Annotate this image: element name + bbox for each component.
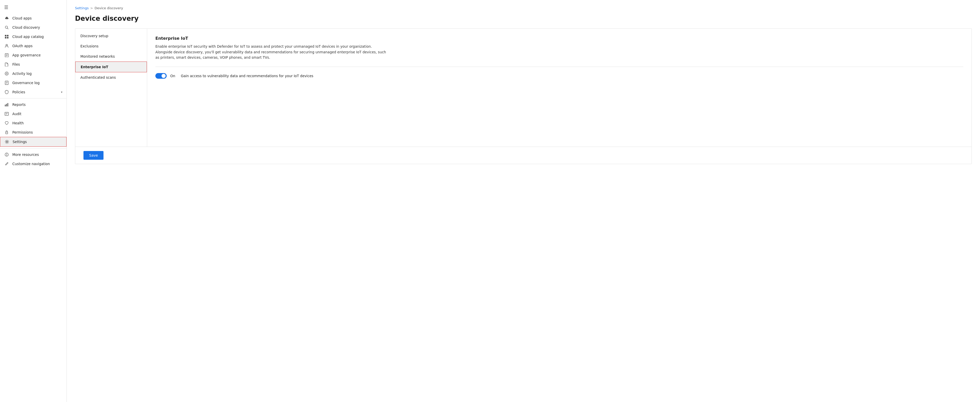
toggle-description: Gain access to vulnerability data and re… — [181, 74, 313, 78]
sidebar-item-policies[interactable]: Policies ▾ — [0, 87, 67, 97]
sidebar-item-permissions[interactable]: Permissions — [0, 128, 67, 137]
svg-point-6 — [6, 44, 8, 46]
panel-nav-authenticated-scans[interactable]: Authenticated scans — [75, 72, 147, 82]
sidebar-item-customize-navigation-label: Customize navigation — [12, 162, 62, 166]
oauth-apps-icon — [4, 44, 9, 48]
sidebar-item-cloud-app-catalog[interactable]: Cloud app catalog — [0, 32, 67, 41]
svg-rect-4 — [5, 37, 6, 38]
settings-icon — [4, 140, 10, 144]
svg-rect-3 — [7, 35, 8, 36]
toggle-row: On Gain access to vulnerability data and… — [155, 73, 963, 79]
svg-rect-20 — [5, 112, 8, 116]
sidebar-item-settings-label: Settings — [13, 140, 62, 144]
sidebar-item-governance-log[interactable]: Governance log — [0, 78, 67, 87]
panel-nav-monitored-networks[interactable]: Monitored networks — [75, 51, 147, 62]
sidebar-item-customize-navigation[interactable]: Customize navigation — [0, 159, 67, 168]
enterprise-iot-toggle[interactable] — [155, 73, 167, 79]
enterprise-iot-title: Enterprise IoT — [155, 36, 963, 41]
svg-point-27 — [6, 154, 7, 154]
svg-rect-2 — [5, 35, 6, 36]
svg-point-11 — [5, 72, 8, 75]
policies-icon — [4, 90, 9, 94]
sidebar-item-activity-log[interactable]: Activity log — [0, 69, 67, 78]
svg-rect-5 — [7, 37, 8, 38]
sidebar-item-reports[interactable]: Reports — [0, 100, 67, 109]
sidebar-item-files[interactable]: Files — [0, 60, 67, 69]
toggle-on-label: On — [170, 74, 175, 78]
policies-chevron-icon: ▾ — [61, 90, 62, 94]
panel-nav-discovery-setup[interactable]: Discovery setup — [75, 31, 147, 41]
breadcrumb: Settings > Device discovery — [75, 6, 972, 10]
sidebar-item-oauth-apps-label: OAuth apps — [12, 44, 62, 48]
audit-icon — [4, 112, 9, 116]
sidebar-item-activity-log-label: Activity log — [12, 71, 62, 76]
enterprise-iot-description: Enable enterprise IoT security with Defe… — [155, 44, 387, 60]
sidebar-item-permissions-label: Permissions — [12, 130, 62, 135]
breadcrumb-parent-link[interactable]: Settings — [75, 6, 89, 10]
main-content: Settings > Device discovery Device disco… — [67, 0, 980, 402]
panel-footer: Save — [75, 147, 972, 164]
svg-rect-23 — [6, 132, 8, 134]
sidebar-item-cloud-discovery-label: Cloud discovery — [12, 25, 62, 30]
svg-point-24 — [6, 141, 8, 142]
panel-content-enterprise-iot: Enterprise IoT Enable enterprise IoT sec… — [147, 29, 972, 147]
hamburger-icon[interactable]: ☰ — [4, 5, 8, 10]
sidebar-top: ☰ — [0, 2, 67, 14]
panel-nav: Discovery setup Exclusions Monitored net… — [75, 29, 147, 147]
files-icon — [4, 62, 9, 66]
main-inner: Settings > Device discovery Device disco… — [67, 0, 980, 402]
sidebar-item-app-governance-label: App governance — [12, 53, 62, 57]
panel-nav-exclusions[interactable]: Exclusions — [75, 41, 147, 51]
save-button[interactable]: Save — [83, 151, 103, 160]
sidebar-item-app-governance[interactable]: App governance — [0, 51, 67, 60]
svg-rect-18 — [6, 104, 7, 106]
toggle-track — [155, 73, 167, 79]
sidebar-item-audit-label: Audit — [12, 112, 62, 116]
sidebar-item-oauth-apps[interactable]: OAuth apps — [0, 41, 67, 51]
cloud-apps-icon — [4, 16, 9, 20]
governance-log-icon — [4, 81, 9, 85]
permissions-icon — [4, 130, 9, 135]
sidebar-item-health-label: Health — [12, 121, 62, 125]
toggle-thumb — [162, 74, 165, 78]
app-governance-icon — [4, 53, 9, 57]
content-panel-body: Discovery setup Exclusions Monitored net… — [75, 29, 972, 147]
breadcrumb-current: Device discovery — [94, 6, 123, 10]
sidebar-item-settings[interactable]: Settings — [0, 137, 67, 147]
sidebar-item-cloud-apps-label: Cloud apps — [12, 16, 62, 20]
sidebar-item-cloud-app-catalog-label: Cloud app catalog — [12, 35, 62, 39]
sidebar-item-files-label: Files — [12, 62, 62, 66]
content-divider — [155, 66, 963, 67]
panel-nav-enterprise-iot[interactable]: Enterprise IoT — [75, 62, 147, 72]
svg-line-1 — [8, 28, 8, 29]
cloud-app-catalog-icon — [4, 35, 9, 39]
sidebar-item-policies-label: Policies — [12, 90, 58, 94]
health-icon — [4, 121, 9, 125]
cloud-discovery-icon — [4, 25, 9, 30]
breadcrumb-separator: > — [90, 6, 93, 10]
sidebar-item-health[interactable]: Health — [0, 119, 67, 128]
sidebar-item-audit[interactable]: Audit — [0, 109, 67, 119]
sidebar-item-reports-label: Reports — [12, 103, 62, 107]
sidebar-item-more-resources[interactable]: More resources — [0, 150, 67, 159]
svg-rect-17 — [5, 104, 6, 106]
more-resources-icon — [4, 152, 9, 157]
sidebar-item-more-resources-label: More resources — [12, 152, 62, 157]
sidebar-divider-1 — [0, 98, 67, 98]
sidebar-divider-2 — [0, 148, 67, 149]
page-title: Device discovery — [75, 14, 972, 22]
reports-icon — [4, 103, 9, 107]
activity-log-icon — [4, 71, 9, 76]
customize-navigation-icon — [4, 162, 9, 166]
sidebar: ☰ Cloud apps Cloud discovery Cloud app c… — [0, 0, 67, 402]
sidebar-item-cloud-discovery[interactable]: Cloud discovery — [0, 23, 67, 32]
content-panel: Discovery setup Exclusions Monitored net… — [75, 28, 972, 164]
svg-rect-19 — [8, 103, 8, 106]
sidebar-item-governance-log-label: Governance log — [12, 81, 62, 85]
svg-point-12 — [6, 73, 8, 74]
sidebar-item-cloud-apps[interactable]: Cloud apps — [0, 14, 67, 23]
